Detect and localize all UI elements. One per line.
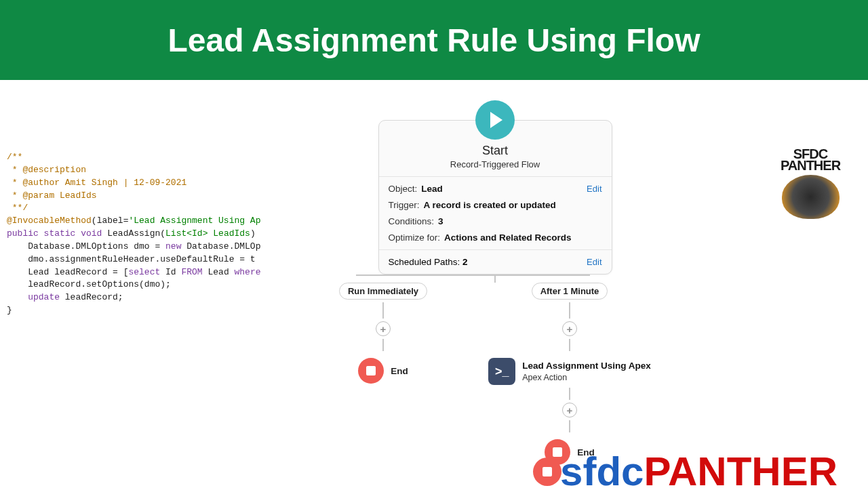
code-doc-author: * @author Amit Singh | 12-09-2021 <box>7 178 186 188</box>
add-element-button-right-1[interactable]: + <box>562 321 577 336</box>
code-l3-kw1: select <box>128 267 160 277</box>
brand-part1: sfdc <box>560 448 644 488</box>
apex-node-subtitle: Apex Action <box>522 373 651 382</box>
apex-action-node[interactable]: >_ Lead Assignment Using Apex Apex Actio… <box>488 358 651 385</box>
branches: Run Immediately + End After 1 Minute + >… <box>332 283 658 465</box>
brand-part2: PANTHER <box>644 448 837 488</box>
code-doc-open: /** <box>7 152 22 162</box>
play-icon <box>490 112 502 128</box>
code-doc-close: **/ <box>7 203 28 213</box>
value-optimize: Actions and Related Records <box>444 232 572 243</box>
code-l3-kw3: where <box>235 267 261 277</box>
connector-line <box>569 302 570 319</box>
flow-diagram: Start Record-Triggered Flow Object: Lead… <box>305 100 685 465</box>
branch-after-1-minute: After 1 Minute + >_ Lead Assignment Usin… <box>481 283 658 465</box>
code-annot-str: 'Lead Assignment Using Ap <box>128 216 260 226</box>
connector-line <box>382 339 384 351</box>
panther-icon <box>782 175 840 219</box>
start-card-footer: Scheduled Paths: 2 Edit <box>379 249 612 274</box>
code-sig-close: ) <box>250 228 256 239</box>
brand-watermark: sfdcPANTHER <box>533 448 837 488</box>
add-element-button-left[interactable]: + <box>376 321 391 336</box>
label-scheduled: Scheduled Paths: <box>389 257 460 267</box>
content-area: /** * @description * @author Amit Singh … <box>0 80 868 488</box>
logo-sfdc-panther: SFDC PANTHER <box>766 146 854 231</box>
terminal-icon: >_ <box>488 358 515 385</box>
branch-run-immediately: Run Immediately + End <box>332 283 434 465</box>
row-object: Object: Lead Edit <box>389 184 602 194</box>
code-l1-a: Database.DMLOptions dmo = <box>7 241 165 251</box>
value-scheduled: 2 <box>462 257 468 267</box>
value-trigger: A record is created or updated <box>424 200 556 210</box>
code-l3-mid: Id <box>160 267 181 277</box>
code-sig-mods: public static void <box>7 228 102 239</box>
code-annot-open: (label= <box>92 216 129 226</box>
code-doc-desc: * @description <box>7 165 86 175</box>
connector-line <box>569 388 570 400</box>
stop-icon <box>533 458 561 486</box>
end-node-left[interactable]: End <box>358 358 408 384</box>
apex-node-title: Lead Assignment Using Apex <box>522 361 651 371</box>
code-sig-params: List<Id> LeadIds <box>165 228 250 239</box>
label-optimize: Optimize for: <box>389 232 441 243</box>
end-label-left: End <box>391 366 408 376</box>
value-conditions: 3 <box>438 216 443 226</box>
code-doc-param: * @param LeadIds <box>7 190 97 201</box>
add-element-button-right-2[interactable]: + <box>562 403 577 418</box>
code-snippet: /** * @description * @author Amit Singh … <box>7 151 295 317</box>
play-button[interactable] <box>475 100 515 140</box>
edit-link-object[interactable]: Edit <box>587 184 601 194</box>
code-close: } <box>7 305 12 315</box>
label-conditions: Conditions: <box>389 216 435 226</box>
start-card-body: Object: Lead Edit Trigger: A record is c… <box>379 176 612 249</box>
connector-line <box>382 302 384 319</box>
connector-line <box>569 339 570 351</box>
code-l5-b: leadRecord; <box>60 292 123 302</box>
label-object: Object: <box>389 184 418 194</box>
code-l3-mid2: Lead <box>203 267 235 277</box>
apex-node-label: Lead Assignment Using Apex Apex Action <box>522 361 651 382</box>
banner: Lead Assignment Rule Using Flow <box>0 0 868 80</box>
pill-after-1-minute[interactable]: After 1 Minute <box>532 283 608 300</box>
edit-link-scheduled[interactable]: Edit <box>587 257 601 267</box>
code-annot: @InvocableMethod <box>7 216 92 226</box>
stop-icon <box>358 358 384 384</box>
label-trigger: Trigger: <box>389 200 420 210</box>
code-l3-a: Lead leadRecord = [ <box>7 267 128 277</box>
row-trigger: Trigger: A record is created or updated <box>389 200 602 210</box>
code-l1-b: Database.DMLOp <box>181 241 260 251</box>
row-optimize: Optimize for: Actions and Related Record… <box>389 232 602 243</box>
connector-horizontal <box>356 274 590 276</box>
row-conditions: Conditions: 3 <box>389 216 602 226</box>
connector-line <box>569 420 570 432</box>
start-card[interactable]: Start Record-Triggered Flow Object: Lead… <box>378 120 612 274</box>
code-l2: dmo.assignmentRuleHeader.useDefaultRule … <box>7 254 256 264</box>
value-object: Lead <box>421 184 443 194</box>
code-sig-name: LeadAssign( <box>102 228 165 239</box>
code-l3-kw2: FROM <box>181 267 202 277</box>
code-l1-kw: new <box>165 241 181 251</box>
code-l5-kw: update <box>7 292 60 302</box>
pill-run-immediately[interactable]: Run Immediately <box>339 283 427 300</box>
start-title: Start <box>386 144 605 158</box>
banner-title: Lead Assignment Rule Using Flow <box>168 22 701 59</box>
logo-line2: PANTHER <box>766 158 854 174</box>
start-subtitle: Record-Triggered Flow <box>386 159 605 169</box>
code-l4: leadRecord.setOptions(dmo); <box>7 279 171 289</box>
